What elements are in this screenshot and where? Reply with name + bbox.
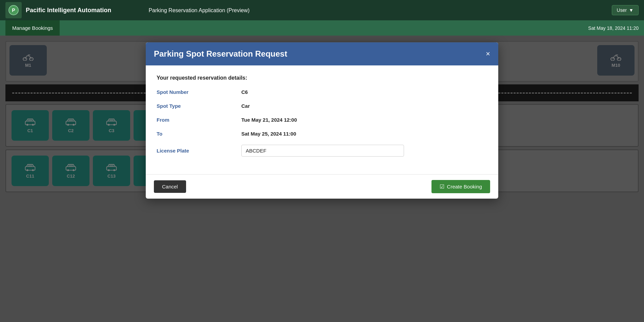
app-logo: P (5, 2, 22, 18)
modal-footer: Cancel ☑ Create Booking (146, 174, 498, 199)
spot-type-label: Spot Type (157, 103, 241, 109)
modal-body: Your requested reservation details: Spot… (146, 65, 498, 174)
svg-text:P: P (12, 7, 15, 13)
modal-section-title: Your requested reservation details: (157, 75, 487, 81)
modal-header: Parking Spot Reservation Request × (146, 42, 498, 65)
detail-row-license-plate: License Plate (157, 145, 487, 157)
logo-icon: P (8, 5, 19, 16)
nav-bar: Manage Bookings Sat May 18, 2024 11:20 (0, 20, 644, 36)
modal-dialog: Parking Spot Reservation Request × Your … (146, 42, 498, 199)
license-plate-input[interactable] (241, 145, 404, 157)
to-value: Sat May 25, 2024 11:00 (241, 131, 296, 137)
spot-type-value: Car (241, 103, 250, 109)
spot-number-value: C6 (241, 89, 248, 95)
top-bar: P Pacific Intelligent Automation Parking… (0, 0, 644, 20)
nav-item-manage-bookings[interactable]: Manage Bookings (5, 20, 60, 36)
nav-datetime: Sat May 18, 2024 11:20 (588, 25, 639, 31)
license-plate-label: License Plate (157, 148, 241, 154)
modal-overlay: Parking Spot Reservation Request × Your … (0, 36, 644, 322)
to-label: To (157, 131, 241, 137)
create-booking-button[interactable]: ☑ Create Booking (431, 180, 490, 193)
spot-number-label: Spot Number (157, 89, 241, 95)
detail-row-to: To Sat May 25, 2024 11:00 (157, 131, 487, 137)
checkmark-icon: ☑ (440, 183, 444, 190)
detail-row-spot-number: Spot Number C6 (157, 89, 487, 95)
cancel-button[interactable]: Cancel (154, 180, 186, 193)
detail-row-spot-type: Spot Type Car (157, 103, 487, 109)
detail-row-from: From Tue May 21, 2024 12:00 (157, 117, 487, 123)
from-label: From (157, 117, 241, 123)
main-content: M1 M10 (0, 36, 644, 322)
from-value: Tue May 21, 2024 12:00 (241, 117, 297, 123)
modal-title: Parking Spot Reservation Request (154, 49, 287, 59)
chevron-down-icon: ▼ (629, 7, 633, 13)
app-title: Pacific Intelligent Automation Parking R… (26, 7, 612, 14)
user-menu[interactable]: User ▼ (612, 5, 639, 15)
modal-close-button[interactable]: × (486, 50, 490, 58)
